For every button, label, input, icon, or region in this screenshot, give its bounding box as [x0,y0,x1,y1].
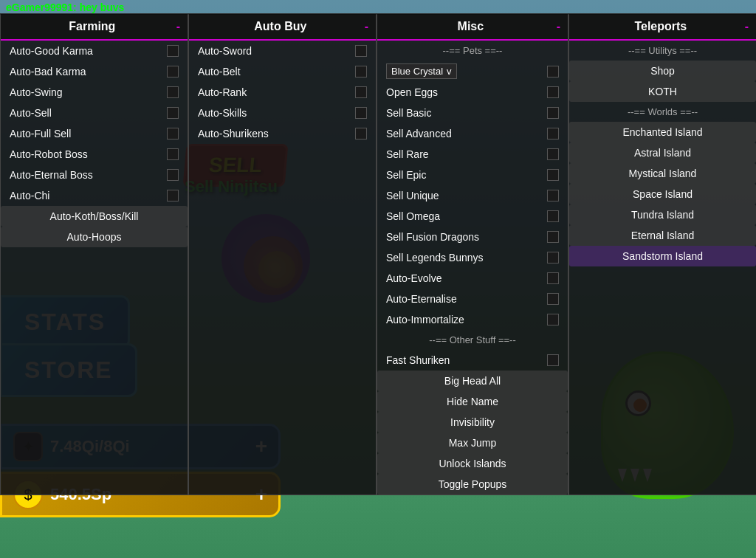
teleport-item-sandstorm[interactable]: Sandstorm Island [569,246,756,266]
farming-item-koth[interactable]: Auto-Koth/Boss/Kill [1,206,188,227]
farming-panel: Farming - Auto-Good Karma Auto-Bad Karma… [0,13,188,495]
misc-checkbox-auto-evolve[interactable] [547,272,559,284]
teleports-panel: Teleports - --== Utilitys ==-- Shop KOTH… [568,13,756,495]
pet-dropdown-checkbox[interactable] [547,66,559,78]
misc-panel: Misc - --== Pets ==-- Blue Crystal v Ope… [377,13,568,495]
misc-item-sell-epic[interactable]: Sell Epic [377,165,568,185]
misc-item-unlock-islands[interactable]: Unlock Islands [377,453,568,474]
panels-container: Farming - Auto-Good Karma Auto-Bad Karma… [0,13,756,495]
misc-checkbox-open-eggs[interactable] [547,86,559,98]
misc-header: Misc - [377,14,568,41]
misc-item-toggle-popups[interactable]: Toggle Popups [377,474,568,495]
farming-title: Farming [8,20,176,33]
farming-item-hoops[interactable]: Auto-Hoops [1,227,188,247]
auto-buy-title: Auto Buy [196,20,365,33]
worlds-header: --== Worlds ==-- [569,102,756,122]
pet-dropdown[interactable]: Blue Crystal v [386,63,457,79]
misc-checkbox-sell-omega[interactable] [547,210,559,222]
misc-item-sell-fusion[interactable]: Sell Fusion Dragons [377,227,568,247]
farming-item-robot-boss[interactable]: Auto-Robot Boss [1,144,188,165]
username-bar: eGamer99991: hey buvs [0,0,756,15]
farming-item-eternal-boss[interactable]: Auto-Eternal Boss [1,165,188,185]
misc-item-sell-legends[interactable]: Sell Legends Bunnys [377,247,568,268]
teleport-item-mystical[interactable]: Mystical Island [569,163,756,184]
misc-item-sell-basic[interactable]: Sell Basic [377,103,568,123]
auto-buy-item-belt[interactable]: Auto-Belt [189,61,376,82]
farming-checkbox-good-karma[interactable] [167,45,179,57]
teleport-item-enchanted[interactable]: Enchanted Island [569,122,756,142]
misc-checkbox-auto-eternalise[interactable] [547,293,559,305]
misc-checkbox-sell-rare[interactable] [547,148,559,160]
farming-item-swing[interactable]: Auto-Swing [1,82,188,103]
teleports-header: Teleports - [569,14,756,41]
misc-checkbox-sell-fusion[interactable] [547,231,559,243]
farming-checkbox-swing[interactable] [167,86,179,98]
teleport-item-shop[interactable]: Shop [569,61,756,81]
misc-checkbox-sell-legends[interactable] [547,252,559,264]
farming-checkbox-chi[interactable] [167,190,179,202]
teleports-title: Teleports [577,20,745,33]
misc-item-open-eggs[interactable]: Open Eggs [377,82,568,103]
auto-buy-header: Auto Buy - [189,14,376,41]
username-text: eGamer99991: hey buvs [6,1,124,13]
farming-item-chi[interactable]: Auto-Chi [1,185,188,206]
misc-checkbox-sell-unique[interactable] [547,190,559,202]
farming-item-good-karma[interactable]: Auto-Good Karma [1,41,188,61]
misc-item-sell-rare[interactable]: Sell Rare [377,144,568,165]
misc-item-sell-unique[interactable]: Sell Unique [377,185,568,206]
misc-item-auto-immortalize[interactable]: Auto-Immortalize [377,309,568,330]
teleport-item-astral[interactable]: Astral Island [569,142,756,163]
misc-checkbox-fast-shuriken[interactable] [547,354,559,366]
misc-item-auto-eternalise[interactable]: Auto-Eternalise [377,289,568,309]
farming-item-bad-karma[interactable]: Auto-Bad Karma [1,61,188,82]
pet-dropdown-row: Blue Crystal v [377,61,568,82]
misc-item-sell-omega[interactable]: Sell Omega [377,206,568,227]
farming-header: Farming - [1,14,188,41]
auto-buy-item-skills[interactable]: Auto-Skills [189,103,376,123]
misc-close[interactable]: - [557,20,560,33]
misc-checkbox-sell-basic[interactable] [547,107,559,119]
farming-item-full-sell[interactable]: Auto-Full Sell [1,123,188,144]
farming-checkbox-eternal-boss[interactable] [167,169,179,181]
farming-checkbox-full-sell[interactable] [167,128,179,140]
utilitys-header: --== Utilitys ==-- [569,41,756,61]
teleport-item-eternal[interactable]: Eternal Island [569,225,756,246]
misc-item-hide-name[interactable]: Hide Name [377,391,568,412]
teleports-close[interactable]: - [745,20,749,33]
teleport-item-tundra[interactable]: Tundra Island [569,204,756,225]
pets-header: --== Pets ==-- [377,41,568,61]
misc-title: Misc [385,20,557,33]
misc-checkbox-auto-immortalize[interactable] [547,314,559,326]
teleport-item-koth[interactable]: KOTH [569,81,756,102]
farming-item-sell[interactable]: Auto-Sell [1,103,188,123]
misc-item-max-jump[interactable]: Max Jump [377,433,568,453]
misc-item-auto-evolve[interactable]: Auto-Evolve [377,268,568,289]
misc-checkbox-sell-advanced[interactable] [547,128,559,140]
auto-buy-item-sword[interactable]: Auto-Sword [189,41,376,61]
misc-checkbox-sell-epic[interactable] [547,169,559,181]
auto-buy-item-rank[interactable]: Auto-Rank [189,82,376,103]
misc-item-sell-advanced[interactable]: Sell Advanced [377,123,568,144]
auto-buy-item-shurikens[interactable]: Auto-Shurikens [189,123,376,144]
auto-buy-checkbox-sword[interactable] [355,45,367,57]
auto-buy-checkbox-skills[interactable] [355,107,367,119]
misc-item-fast-shuriken[interactable]: Fast Shuriken [377,350,568,371]
other-stuff-header: --== Other Stuff ==-- [377,330,568,350]
auto-buy-panel: Auto Buy - Auto-Sword Auto-Belt Auto-Ran… [188,13,377,495]
auto-buy-checkbox-belt[interactable] [355,66,367,78]
farming-checkbox-robot-boss[interactable] [167,148,179,160]
farming-close[interactable]: - [176,20,180,33]
auto-buy-close[interactable]: - [365,20,368,33]
farming-checkbox-sell[interactable] [167,107,179,119]
auto-buy-checkbox-shurikens[interactable] [355,128,367,140]
misc-item-big-head[interactable]: Big Head All [377,371,568,391]
teleport-item-space[interactable]: Space Island [569,184,756,204]
auto-buy-checkbox-rank[interactable] [355,86,367,98]
farming-checkbox-bad-karma[interactable] [167,66,179,78]
misc-item-invisibility[interactable]: Invisibility [377,412,568,433]
